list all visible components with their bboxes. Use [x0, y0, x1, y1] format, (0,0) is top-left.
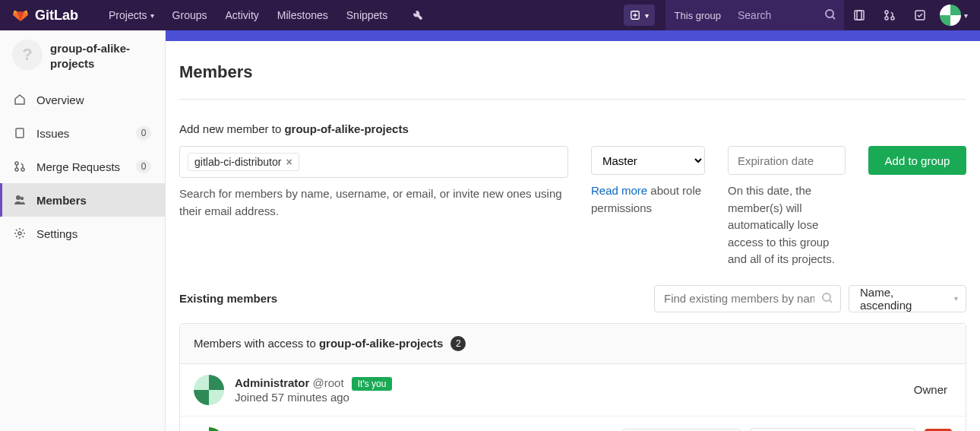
svg-point-12 — [16, 195, 21, 200]
nav-aux-icons — [844, 0, 935, 30]
expiration-input[interactable] — [728, 146, 846, 175]
member-avatar-icon — [194, 427, 224, 432]
sidebar-item-merge-requests[interactable]: Merge Requests 0 — [0, 150, 165, 183]
svg-point-5 — [885, 17, 888, 20]
member-avatar-icon — [194, 375, 224, 405]
brand[interactable]: GitLab — [12, 6, 78, 25]
svg-point-13 — [21, 197, 24, 200]
sidebar-item-settings[interactable]: Settings — [0, 217, 165, 250]
sidebar: ? group-of-alike-projects Overview Issue… — [0, 30, 166, 431]
members-icon — [14, 194, 26, 206]
member-help-text: Search for members by name, username, or… — [179, 185, 568, 220]
expiration-help-text: On this date, the member(s) will automat… — [728, 182, 846, 268]
sidebar-group-header[interactable]: ? group-of-alike-projects — [0, 30, 165, 78]
existing-members-title: Existing members — [179, 292, 277, 305]
its-you-badge: It's you — [352, 377, 393, 391]
svg-point-4 — [885, 11, 888, 14]
member-search-input[interactable]: gitlab-ci-distributor × — [179, 146, 568, 178]
issues-icon[interactable] — [844, 0, 874, 30]
nav-activity[interactable]: Activity — [217, 0, 268, 30]
sidebar-item-overview[interactable]: Overview — [0, 83, 165, 116]
svg-rect-2 — [855, 11, 861, 20]
svg-point-9 — [15, 162, 18, 165]
search-scope[interactable]: This group — [665, 0, 730, 30]
member-handle: @gitlab-ci-distributor — [343, 429, 447, 432]
sidebar-item-label: Overview — [36, 93, 151, 106]
panel-group-name: group-of-alike-projects — [319, 337, 443, 350]
member-role-text: Owner — [914, 383, 947, 396]
group-avatar-icon: ? — [12, 40, 43, 70]
remove-member-button[interactable] — [925, 429, 952, 432]
gitlab-logo-icon — [12, 6, 29, 25]
admin-wrench-icon[interactable] — [403, 0, 433, 30]
nav-right: ▾ This group ▾ — [624, 0, 968, 30]
member-role-select[interactable]: Master ▾ — [622, 429, 741, 432]
add-to-group-button[interactable]: Add to group — [868, 146, 966, 175]
search-icon[interactable] — [821, 292, 833, 306]
search-icon[interactable] — [824, 8, 836, 23]
sidebar-item-label: Merge Requests — [36, 160, 125, 173]
chevron-down-icon: ▾ — [964, 11, 968, 20]
member-row: Administrator @root It's you Joined 57 m… — [180, 364, 966, 417]
issues-icon — [14, 127, 26, 139]
member-count-badge: 2 — [450, 336, 466, 351]
member-joined: Joined 57 minutes ago — [235, 391, 914, 404]
member-name[interactable]: Administrator — [235, 376, 309, 389]
sort-dropdown[interactable]: Name, ascending ▾ — [849, 285, 966, 312]
remove-token-icon[interactable]: × — [286, 156, 292, 168]
add-member-heading: Add new member to group-of-alike-project… — [179, 122, 966, 135]
nav-projects-label: Projects — [109, 9, 147, 21]
svg-point-11 — [21, 168, 24, 171]
page-title: Members — [179, 62, 966, 100]
sidebar-item-label: Settings — [36, 227, 151, 240]
count-badge: 0 — [136, 160, 151, 173]
alert-bar — [166, 30, 980, 41]
merge-requests-icon[interactable] — [874, 0, 905, 30]
search-input[interactable] — [738, 9, 821, 21]
gear-icon — [14, 227, 26, 239]
member-name-line: gitlab-ci-distributor @gitlab-ci-distrib… — [235, 429, 622, 432]
member-name[interactable]: gitlab-ci-distributor — [235, 429, 340, 432]
plus-icon — [630, 10, 640, 21]
find-members-input[interactable] — [654, 285, 841, 312]
svg-point-1 — [826, 10, 833, 17]
panel-head-prefix: Members with access to — [194, 337, 316, 350]
nav-snippets[interactable]: Snippets — [337, 0, 397, 30]
member-name-line: Administrator @root It's you — [235, 376, 914, 389]
search-box — [730, 0, 844, 30]
new-menu[interactable]: ▾ — [624, 5, 655, 26]
todos-icon[interactable] — [905, 0, 935, 30]
member-expiration-input[interactable] — [750, 428, 915, 432]
chevron-down-icon: ▾ — [954, 294, 958, 303]
member-token-label: gitlab-ci-distributor — [194, 156, 281, 168]
user-menu[interactable]: ▾ — [935, 5, 968, 26]
user-avatar-icon — [940, 5, 961, 26]
nav-projects[interactable]: Projects ▾ — [100, 0, 163, 30]
sidebar-item-label: Members — [36, 194, 151, 207]
svg-point-10 — [15, 168, 18, 171]
svg-point-14 — [18, 232, 21, 235]
role-help-text: Read more about role permissions — [591, 182, 705, 217]
member-row: gitlab-ci-distributor @gitlab-ci-distrib… — [180, 417, 966, 432]
chevron-down-icon: ▾ — [150, 11, 154, 20]
panel-header: Members with access to group-of-alike-pr… — [180, 324, 966, 364]
nav-groups[interactable]: Groups — [163, 0, 217, 30]
sort-label: Name, ascending — [860, 286, 943, 312]
add-member-form: gitlab-ci-distributor × Search for membe… — [179, 146, 966, 268]
read-more-link[interactable]: Read more — [591, 184, 647, 197]
nav-milestones[interactable]: Milestones — [268, 0, 337, 30]
add-member-group-name: group-of-alike-projects — [284, 122, 408, 135]
role-select[interactable]: Master — [591, 146, 705, 175]
svg-rect-3 — [857, 11, 864, 20]
svg-rect-8 — [16, 128, 24, 138]
svg-point-15 — [823, 293, 830, 301]
sidebar-item-members[interactable]: Members — [0, 183, 165, 217]
sidebar-item-issues[interactable]: Issues 0 — [0, 116, 165, 150]
add-member-prefix: Add new member to — [179, 122, 284, 135]
chevron-down-icon: ▾ — [645, 11, 649, 20]
sidebar-item-label: Issues — [36, 127, 125, 140]
home-icon — [14, 93, 26, 106]
svg-point-6 — [891, 17, 894, 20]
members-panel: Members with access to group-of-alike-pr… — [179, 323, 966, 432]
member-token: gitlab-ci-distributor × — [188, 153, 299, 171]
